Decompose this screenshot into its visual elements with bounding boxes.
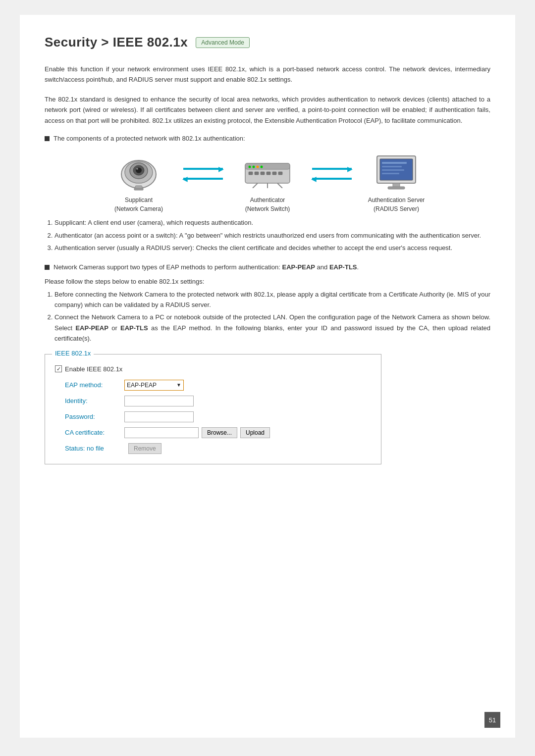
svg-rect-27 xyxy=(382,169,404,171)
advanced-mode-badge: Advanced Mode xyxy=(196,37,250,48)
svg-rect-26 xyxy=(382,166,402,167)
arrow-left-1 xyxy=(183,175,223,182)
intro-para2: The 802.1x standard is designed to enhan… xyxy=(45,94,490,126)
supplicant-item: Supplicant (Network Camera) xyxy=(99,152,178,213)
authenticator-label: Authenticator (Network Switch) xyxy=(245,196,290,213)
ieee-form-box: IEEE 802.1x Enable IEEE 802.1x EAP metho… xyxy=(45,354,381,464)
enable-label[interactable]: Enable IEEE 802.1x xyxy=(65,365,122,373)
list-item: Supplicant: A client end user (camera), … xyxy=(54,217,490,228)
svg-rect-13 xyxy=(267,172,270,175)
arrow-right-2 xyxy=(312,165,352,172)
svg-point-17 xyxy=(253,165,255,168)
server-icon xyxy=(372,152,421,192)
svg-point-16 xyxy=(249,165,251,168)
ca-cert-controls: Browse... Upload xyxy=(124,427,270,438)
arrow-left-2 xyxy=(312,175,352,182)
eap-method-row: EAP method: EAP-PEAP ▼ xyxy=(55,380,371,391)
auth-server-item: Authentication Server (RADIUS Server) xyxy=(357,152,436,213)
svg-rect-15 xyxy=(278,172,282,175)
ca-cert-row: CA certificate: Browse... Upload xyxy=(55,427,371,438)
identity-label: Identity: xyxy=(65,397,124,404)
password-input[interactable] xyxy=(124,411,194,422)
password-row: Password: xyxy=(55,411,371,422)
eap-method-select[interactable]: EAP-PEAP ▼ xyxy=(124,380,184,391)
eap-method-label: EAP method: xyxy=(65,381,124,389)
status-row: Status: no file Remove xyxy=(55,443,371,454)
upload-button[interactable]: Upload xyxy=(240,427,270,438)
camera-icon xyxy=(114,152,163,192)
arrows-2 xyxy=(312,165,352,182)
bullet1-text: The components of a protected network wi… xyxy=(54,135,245,142)
list-item: Authenticator (an access point or a swit… xyxy=(54,230,490,241)
page-title: Security > IEEE 802.1x xyxy=(45,35,188,50)
supplicant-label: Supplicant (Network Camera) xyxy=(114,196,163,213)
bullet-square-icon xyxy=(45,136,50,141)
svg-rect-11 xyxy=(255,172,259,175)
svg-rect-30 xyxy=(388,187,405,189)
step-2: Connect the Network Camera to a PC or no… xyxy=(54,312,490,344)
svg-rect-9 xyxy=(245,163,290,169)
bullet-square-icon-2 xyxy=(45,265,50,270)
svg-point-5 xyxy=(136,168,138,169)
page-number: 51 xyxy=(484,712,500,728)
ieee-box-title: IEEE 802.1x xyxy=(52,350,94,357)
page-container: Security > IEEE 802.1x Advanced Mode Ena… xyxy=(20,15,515,738)
list-item: Authentication server (usually a RADIUS … xyxy=(54,243,490,253)
svg-point-18 xyxy=(257,165,259,168)
page-title-section: Security > IEEE 802.1x Advanced Mode xyxy=(45,35,490,50)
components-list: Supplicant: A client end user (camera), … xyxy=(54,217,490,253)
svg-line-22 xyxy=(277,183,282,188)
svg-line-20 xyxy=(253,183,258,188)
status-label: Status: no file xyxy=(65,445,124,452)
bullet2-text: Network Cameras support two types of EAP… xyxy=(54,263,359,271)
authenticator-item: Authenticator (Network Switch) xyxy=(228,152,307,213)
password-label: Password: xyxy=(65,413,124,420)
ca-cert-label: CA certificate: xyxy=(65,429,124,436)
ca-cert-input[interactable] xyxy=(124,427,199,438)
identity-row: Identity: xyxy=(55,396,371,406)
steps-intro: Please follow the steps below to enable … xyxy=(45,278,490,285)
step-1: Before connecting the Network Camera to … xyxy=(54,289,490,310)
svg-rect-25 xyxy=(382,162,407,164)
svg-rect-28 xyxy=(382,173,399,174)
network-diagram: Supplicant (Network Camera) xyxy=(45,152,490,213)
enable-checkbox[interactable] xyxy=(55,365,62,372)
switch-icon xyxy=(243,152,292,192)
identity-input[interactable] xyxy=(124,396,194,406)
bullet2-section: Network Cameras support two types of EAP… xyxy=(45,263,490,271)
bullet1-section: The components of a protected network wi… xyxy=(45,135,490,142)
svg-rect-12 xyxy=(261,172,265,175)
svg-rect-7 xyxy=(134,188,143,190)
svg-rect-14 xyxy=(272,172,276,175)
auth-server-label: Authentication Server (RADIUS Server) xyxy=(368,196,425,213)
browse-button[interactable]: Browse... xyxy=(202,427,237,438)
dropdown-arrow-icon: ▼ xyxy=(176,382,181,388)
svg-rect-10 xyxy=(249,172,253,175)
intro-para1: Enable this function if your network env… xyxy=(45,64,490,85)
enable-row: Enable IEEE 802.1x xyxy=(55,365,371,373)
remove-button[interactable]: Remove xyxy=(128,443,161,454)
svg-point-19 xyxy=(261,165,263,168)
arrow-right-1 xyxy=(183,165,223,172)
steps-list: Before connecting the Network Camera to … xyxy=(54,289,490,344)
arrows-1 xyxy=(183,165,223,182)
